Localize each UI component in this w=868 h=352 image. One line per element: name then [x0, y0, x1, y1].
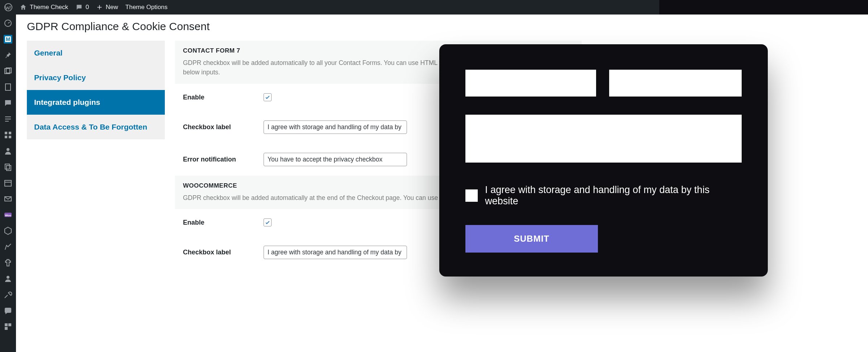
cf7-error-label: Error notification	[183, 156, 264, 163]
cf7-checkbox-input[interactable]	[264, 120, 407, 134]
grid-icon[interactable]	[4, 131, 12, 139]
theme-options-link[interactable]: Theme Options	[125, 4, 167, 11]
dashboard-icon[interactable]	[4, 19, 12, 28]
theme-check-label: Theme Check	[30, 4, 68, 11]
form-message-textarea[interactable]	[465, 115, 742, 163]
svg-rect-20	[8, 323, 11, 326]
comments-count: 0	[86, 4, 89, 11]
form-preview-card: I agree with storage and handling of my …	[439, 44, 768, 277]
copy-icon[interactable]	[4, 163, 12, 171]
svg-rect-19	[5, 323, 8, 326]
svg-rect-8	[9, 132, 11, 134]
plus-icon	[96, 4, 103, 11]
svg-rect-21	[5, 327, 8, 330]
woo-checkbox-input[interactable]	[264, 246, 407, 259]
consent-row: I agree with storage and handling of my …	[465, 184, 742, 207]
woo-enable-checkbox[interactable]	[264, 218, 272, 226]
wp-logo[interactable]	[4, 3, 12, 11]
tab-privacy-policy[interactable]: Privacy Policy	[27, 65, 165, 90]
svg-point-18	[7, 276, 9, 279]
active-menu-icon[interactable]: M	[4, 35, 12, 44]
submit-button[interactable]: SUBMIT	[465, 225, 598, 253]
user-icon[interactable]	[4, 147, 12, 155]
pages-icon[interactable]	[4, 83, 12, 91]
cf7-enable-checkbox[interactable]	[264, 93, 272, 101]
svg-rect-14	[5, 180, 11, 186]
expand-icon[interactable]	[4, 322, 12, 331]
chat-icon[interactable]	[4, 306, 12, 315]
form-name-input[interactable]	[465, 70, 596, 97]
check-icon	[265, 94, 270, 100]
cf7-desc-pre: GDPR checkbox will be added automaticall…	[183, 59, 465, 66]
comments-menu-icon[interactable]	[4, 99, 12, 107]
svg-rect-9	[5, 136, 7, 138]
consent-checkbox[interactable]	[465, 189, 478, 202]
comments-link[interactable]: 0	[76, 4, 89, 11]
tab-general[interactable]: General	[27, 41, 165, 65]
package-icon[interactable]	[4, 226, 12, 235]
svg-text:Woo: Woo	[5, 214, 11, 217]
site-home-link[interactable]: Theme Check	[20, 4, 68, 11]
svg-point-11	[7, 148, 9, 151]
forms-icon[interactable]	[4, 115, 12, 123]
svg-rect-10	[9, 136, 11, 138]
form-email-input[interactable]	[609, 70, 742, 97]
pin-icon[interactable]	[4, 51, 12, 60]
svg-rect-6	[5, 84, 11, 90]
media-icon[interactable]	[4, 67, 12, 75]
theme-options-label: Theme Options	[125, 4, 167, 11]
svg-rect-12	[5, 164, 9, 169]
svg-rect-13	[7, 165, 11, 171]
cf7-error-input[interactable]	[264, 153, 407, 166]
check-icon	[265, 220, 270, 225]
users-icon[interactable]	[4, 274, 12, 283]
page-title: GDPR Compliance & Cookie Consent	[27, 20, 857, 33]
appearance-icon[interactable]	[4, 242, 12, 251]
woo-checkbox-label: Checkbox label	[183, 249, 264, 256]
consent-label: I agree with storage and handling of my …	[485, 184, 742, 207]
tools-icon[interactable]	[4, 290, 12, 299]
tab-integrated-plugins[interactable]: Integrated plugins	[27, 90, 165, 115]
cf7-checkbox-label: Checkbox label	[183, 123, 264, 131]
calendar-icon[interactable]	[4, 179, 12, 187]
svg-rect-7	[5, 132, 7, 134]
home-icon	[20, 4, 27, 11]
new-label: New	[106, 4, 118, 11]
tab-data-access[interactable]: Data Access & To Be Forgotten	[27, 115, 165, 139]
admin-sidebar: M Woo	[0, 15, 16, 352]
new-content-link[interactable]: New	[96, 4, 118, 11]
woo-enable-label: Enable	[183, 219, 264, 226]
settings-tabs: General Privacy Policy Integrated plugin…	[27, 41, 165, 269]
mail-icon[interactable]	[4, 195, 12, 203]
cf7-enable-label: Enable	[183, 94, 264, 101]
woo-icon[interactable]: Woo	[4, 210, 12, 219]
svg-text:M: M	[6, 36, 10, 42]
comment-icon	[76, 4, 83, 11]
plugins-icon[interactable]	[4, 258, 12, 267]
